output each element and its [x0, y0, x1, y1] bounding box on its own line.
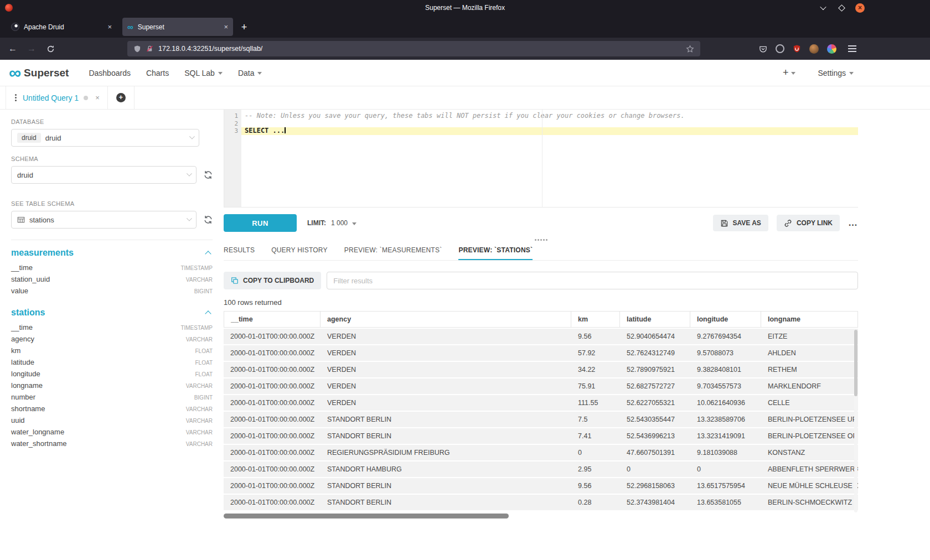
table-section-header[interactable]: measurements	[11, 245, 213, 262]
chevron-down-icon	[820, 4, 826, 10]
column-type: VARCHAR	[186, 277, 213, 283]
cell-km: 0	[571, 445, 620, 460]
tab-preview-measurements[interactable]: PREVIEW: `MEASUREMENTS`	[344, 246, 442, 260]
column-type: VARCHAR	[186, 336, 213, 343]
cell-agency: VERDEN	[321, 362, 571, 377]
column-name: station_uuid	[11, 275, 50, 283]
column-header-longitude[interactable]: longitude	[690, 311, 761, 328]
insecure-lock-icon[interactable]	[146, 45, 153, 53]
editor-code[interactable]: -- Note: Unless you save your query, the…	[241, 110, 858, 207]
nav-charts[interactable]: Charts	[146, 69, 169, 77]
browser-tab-superset[interactable]: ∞ Superset ×	[122, 18, 233, 36]
window-maximize-button[interactable]	[837, 3, 846, 12]
tab-close-icon[interactable]: ×	[224, 23, 228, 31]
cell-km: 2.95	[571, 462, 620, 477]
column-header-latitude[interactable]: latitude	[620, 311, 690, 328]
browser-tab-druid[interactable]: Apache Druid ×	[6, 18, 117, 36]
navbar-settings[interactable]: Settings	[818, 69, 854, 77]
table-row: 2000-01-01T00:00:00.000Z VERDEN 34.22 52…	[224, 362, 858, 377]
profile-avatar-icon[interactable]	[809, 44, 819, 54]
cell-time: 2000-01-01T00:00:00.000Z	[224, 378, 321, 394]
superset-logo[interactable]: ∞ Superset	[9, 67, 69, 79]
tab-query-history[interactable]: QUERY HISTORY	[271, 246, 328, 260]
cell-longname: BERLIN-SCHMOECKWITZ	[761, 495, 858, 510]
table-row: 2000-01-01T00:00:00.000Z VERDEN 111.55 5…	[224, 395, 858, 411]
column-header-km[interactable]: km	[571, 311, 620, 328]
extension-pinwheel-icon[interactable]	[827, 44, 836, 54]
column-name: water_shortname	[11, 439, 66, 448]
cell-latitude: 52.7890975921	[620, 362, 690, 377]
window-minimize-button[interactable]	[819, 3, 828, 12]
cell-agency: STANDORT BERLIN	[321, 495, 571, 510]
query-tab-title[interactable]: Untitled Query 1	[23, 94, 79, 102]
table-section-header[interactable]: stations	[11, 304, 213, 322]
table-horizontal-scrollbar[interactable]	[224, 514, 858, 518]
save-as-button[interactable]: SAVE AS	[713, 215, 768, 231]
query-tab[interactable]: Untitled Query 1 ×	[6, 86, 108, 109]
limit-value: 1 000	[331, 219, 348, 227]
drag-handle-icon[interactable]	[15, 97, 17, 98]
scrollbar-thumb[interactable]	[854, 330, 857, 396]
table-vertical-scrollbar[interactable]	[854, 330, 857, 512]
column-list: __time TIMESTAMP station_uuid VARCHAR va…	[11, 262, 213, 297]
link-icon	[784, 219, 792, 227]
cell-longitude: 9.2767694354	[690, 329, 761, 344]
column-row: longitude FLOAT	[11, 368, 213, 380]
nav-dashboards[interactable]: Dashboards	[89, 69, 131, 77]
cell-longitude: 13.3231419091	[690, 428, 761, 444]
limit-control[interactable]: LIMIT: 1 000	[307, 219, 356, 227]
column-name: km	[11, 346, 20, 355]
copy-to-clipboard-button[interactable]: COPY TO CLIPBOARD	[224, 272, 321, 289]
superset-favicon: ∞	[127, 23, 133, 31]
schema-refresh-button[interactable]	[204, 170, 213, 179]
query-tab-close-icon[interactable]: ×	[95, 94, 100, 102]
cell-longitude: 13.6517575954	[690, 478, 761, 494]
schema-value: druid	[17, 171, 33, 179]
cell-km: 9.56	[571, 329, 620, 344]
forward-button[interactable]: →	[24, 42, 39, 56]
run-button[interactable]: RUN	[224, 214, 297, 232]
text-cursor	[285, 127, 286, 133]
cell-latitude: 52.2968158063	[620, 478, 690, 494]
add-query-tab-button[interactable]: +	[108, 86, 135, 109]
column-row: km FLOAT	[11, 345, 213, 356]
navbar-plus-button[interactable]: +	[783, 67, 796, 79]
bookmark-star-icon[interactable]	[686, 45, 694, 53]
nav-label: SQL Lab	[184, 69, 215, 77]
reload-button[interactable]	[43, 42, 58, 56]
tab-results[interactable]: RESULTS	[224, 246, 255, 260]
column-header-time[interactable]: __time	[224, 311, 321, 328]
pocket-icon[interactable]	[759, 45, 767, 53]
menu-button[interactable]	[845, 42, 859, 56]
copy-link-button[interactable]: COPY LINK	[777, 215, 840, 231]
results-table-wrap: __time agency km latitude longitude long…	[224, 310, 858, 511]
database-select[interactable]: druid druid	[11, 129, 199, 147]
tracking-shield-icon[interactable]	[133, 45, 141, 53]
more-options-button[interactable]: …	[848, 217, 858, 229]
account-icon[interactable]	[776, 44, 784, 53]
new-tab-button[interactable]: +	[236, 19, 252, 35]
table-header-row: __time agency km latitude longitude long…	[224, 311, 858, 328]
url-text[interactable]: 172.18.0.4:32251/superset/sqllab/	[158, 45, 681, 53]
filter-results-input[interactable]	[327, 272, 858, 289]
pane-resize-handle[interactable]	[224, 237, 858, 242]
back-button[interactable]: ←	[6, 42, 20, 56]
nav-sql-lab[interactable]: SQL Lab	[184, 69, 223, 77]
schema-select[interactable]: druid	[11, 166, 197, 184]
table-refresh-button[interactable]	[204, 215, 213, 224]
sql-editor[interactable]: 1 2 3 -- Note: Unless you save your quer…	[224, 110, 858, 208]
column-header-longname[interactable]: longname	[761, 311, 858, 328]
nav-data[interactable]: Data	[238, 69, 262, 77]
sqllab-main: DATABASE druid druid SCHEMA druid SEE TA…	[0, 110, 930, 560]
maximize-icon	[838, 4, 845, 12]
scrollbar-thumb[interactable]	[224, 514, 509, 518]
tab-preview-stations[interactable]: PREVIEW: `STATIONS`	[458, 246, 533, 260]
column-header-agency[interactable]: agency	[321, 311, 571, 328]
cell-longname: BERLIN-PLOETZENSEE UP	[761, 412, 858, 427]
window-close-button[interactable]: ×	[855, 3, 865, 13]
address-bar[interactable]: 172.18.0.4:32251/superset/sqllab/	[127, 41, 700, 56]
ublock-shield-icon[interactable]	[793, 44, 801, 53]
tab-close-icon[interactable]: ×	[107, 23, 112, 31]
cell-time: 2000-01-01T00:00:00.000Z	[224, 495, 321, 510]
table-select[interactable]: stations	[11, 211, 197, 229]
